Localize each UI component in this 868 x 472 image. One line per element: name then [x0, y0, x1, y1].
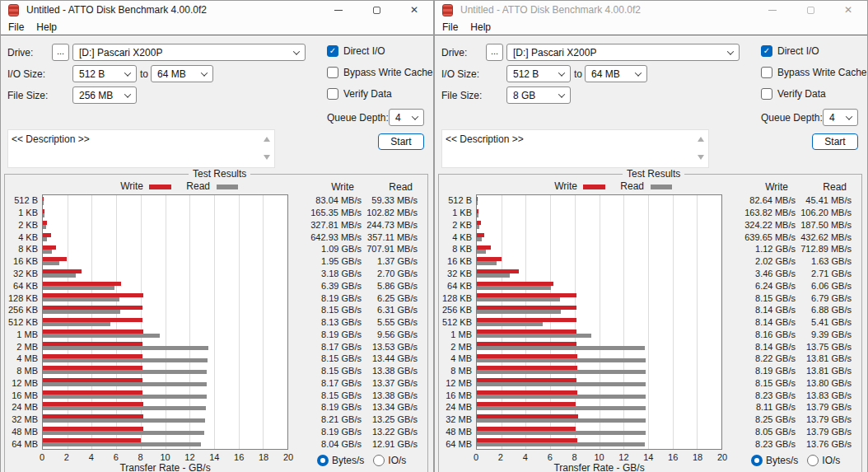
- minimize-button[interactable]: [754, 1, 791, 19]
- io-size-from-select[interactable]: 512 B: [506, 65, 571, 82]
- write-value: 8.23 GB/s: [723, 439, 796, 449]
- io-size-axis: 512 B1 KB2 KB4 KB8 KB16 KB32 KB64 KB128 …: [1, 194, 38, 450]
- spinner-up-icon[interactable]: [264, 137, 270, 142]
- read-bar: [43, 273, 76, 278]
- io-size-tick-label: 1 MB: [435, 328, 472, 340]
- read-value: 13.83 GB/s: [796, 390, 852, 400]
- read-value: 13.37 GB/s: [362, 378, 418, 388]
- menu-file[interactable]: File: [442, 21, 458, 33]
- x-tick-label: 2: [498, 452, 503, 462]
- io-per-sec-radio[interactable]: IO/s: [373, 455, 406, 466]
- write-column-header: Write: [723, 181, 796, 193]
- direct-io-checkbox[interactable]: Direct I/O: [327, 45, 385, 57]
- menu-file[interactable]: File: [8, 21, 24, 33]
- read-value: 13.76 GB/s: [796, 439, 852, 449]
- io-size-to-select[interactable]: 64 MB: [585, 65, 647, 82]
- chart-row: [477, 316, 721, 329]
- chevron-down-icon: [124, 91, 131, 97]
- write-value: 8.16 GB/s: [723, 329, 796, 339]
- result-row: 8.15 GB/s13.38 GB/s: [289, 365, 418, 377]
- read-bar: [43, 442, 201, 446]
- browse-drive-button[interactable]: ...: [486, 44, 503, 61]
- chart-plot-area: [42, 194, 288, 450]
- read-bar: [43, 322, 110, 326]
- io-per-sec-radio[interactable]: IO/s: [807, 455, 840, 466]
- bypass-write-cache-checkbox[interactable]: Bypass Write Cache: [327, 67, 433, 78]
- close-button[interactable]: ✕: [395, 1, 433, 19]
- spinner-down-icon[interactable]: [264, 155, 270, 160]
- read-bar: [43, 213, 44, 217]
- io-size-tick-label: 8 KB: [435, 243, 472, 255]
- checkbox-icon: [761, 67, 772, 78]
- x-tick-label: 6: [548, 452, 553, 462]
- window-controls: ✕: [320, 1, 433, 19]
- x-axis-label: Transfer Rate - GB/s: [476, 462, 722, 472]
- app-window: Untitled - ATTO Disk Benchmark 4.00.0f2 …: [0, 0, 434, 472]
- file-size-select[interactable]: 256 MB: [72, 86, 137, 104]
- drive-select[interactable]: [D:] Pascari X200P: [506, 44, 740, 61]
- write-value: 8.15 GB/s: [723, 378, 796, 388]
- window-title: Untitled - ATTO Disk Benchmark 4.00.0f2: [26, 4, 207, 16]
- drive-label: Drive:: [7, 47, 33, 58]
- read-bar: [43, 382, 207, 386]
- spinner-up-icon[interactable]: [698, 137, 704, 142]
- io-size-to-select[interactable]: 64 MB: [151, 65, 213, 82]
- chevron-down-icon: [846, 113, 852, 119]
- result-row: 6.24 GB/s6.06 GB/s: [723, 279, 852, 292]
- write-value: 8.21 GB/s: [289, 414, 362, 424]
- read-value: 2.71 GB/s: [796, 269, 852, 278]
- description-input[interactable]: << Description >>: [441, 129, 709, 168]
- write-value: 8.04 GB/s: [289, 439, 362, 449]
- bypass-write-cache-checkbox[interactable]: Bypass Write Cache: [761, 67, 867, 78]
- verify-data-checkbox[interactable]: Verify Data: [761, 88, 826, 100]
- chevron-down-icon: [124, 69, 131, 76]
- read-value: 13.79 GB/s: [796, 414, 852, 424]
- direct-io-label: Direct I/O: [343, 45, 385, 57]
- read-bar: [477, 213, 478, 217]
- bytes-per-sec-radio[interactable]: Bytes/s: [751, 455, 798, 466]
- file-size-select[interactable]: 8 GB: [506, 86, 571, 104]
- maximize-button[interactable]: [791, 1, 829, 19]
- read-bar: [477, 237, 482, 241]
- result-row: 165.35 MB/s102.82 MB/s: [289, 207, 418, 219]
- io-size-tick-label: 16 KB: [1, 255, 38, 268]
- maximize-button[interactable]: [357, 1, 395, 19]
- result-row: 8.15 GB/s13.38 GB/s: [289, 389, 418, 401]
- menu-help[interactable]: Help: [36, 21, 57, 33]
- read-bar: [43, 395, 207, 399]
- io-size-tick-label: 64 KB: [435, 279, 472, 292]
- write-value: 8.15 GB/s: [723, 293, 796, 303]
- description-input[interactable]: << Description >>: [7, 129, 275, 168]
- io-size-tick-label: 64 MB: [1, 437, 38, 450]
- browse-drive-button[interactable]: ...: [52, 44, 69, 61]
- io-size-tick-label: 2 MB: [1, 340, 38, 353]
- minimize-button[interactable]: [320, 1, 357, 19]
- to-label: to: [574, 68, 582, 80]
- chevron-down-icon: [293, 48, 300, 54]
- verify-data-label: Verify Data: [777, 88, 826, 100]
- window-controls: ✕: [754, 1, 867, 19]
- spinner-down-icon[interactable]: [698, 155, 704, 160]
- drive-select[interactable]: [D:] Pascari X200P: [72, 44, 306, 61]
- read-value: 5.41 GB/s: [796, 317, 852, 327]
- menu-help[interactable]: Help: [470, 21, 491, 33]
- bytes-per-sec-radio[interactable]: Bytes/s: [317, 455, 364, 466]
- io-size-tick-label: 24 MB: [435, 401, 472, 414]
- start-button[interactable]: Start: [812, 133, 858, 150]
- io-size-tick-label: 1 KB: [1, 207, 38, 219]
- start-button[interactable]: Start: [378, 133, 424, 150]
- queue-depth-select[interactable]: 4: [823, 109, 858, 126]
- queue-depth-select[interactable]: 4: [389, 109, 424, 126]
- x-tick-label: 0: [474, 452, 478, 462]
- write-value: 3.18 GB/s: [289, 269, 362, 278]
- chevron-down-icon: [558, 91, 565, 97]
- write-column-header: Write: [289, 181, 362, 193]
- write-value: 8.15 GB/s: [289, 305, 362, 315]
- close-button[interactable]: ✕: [829, 1, 867, 19]
- read-bar: [43, 334, 160, 338]
- result-row: 8.04 GB/s12.91 GB/s: [289, 437, 418, 450]
- io-size-from-select[interactable]: 512 B: [72, 65, 137, 82]
- x-tick-label: 2: [64, 452, 69, 462]
- verify-data-checkbox[interactable]: Verify Data: [327, 88, 392, 100]
- direct-io-checkbox[interactable]: Direct I/O: [761, 45, 819, 57]
